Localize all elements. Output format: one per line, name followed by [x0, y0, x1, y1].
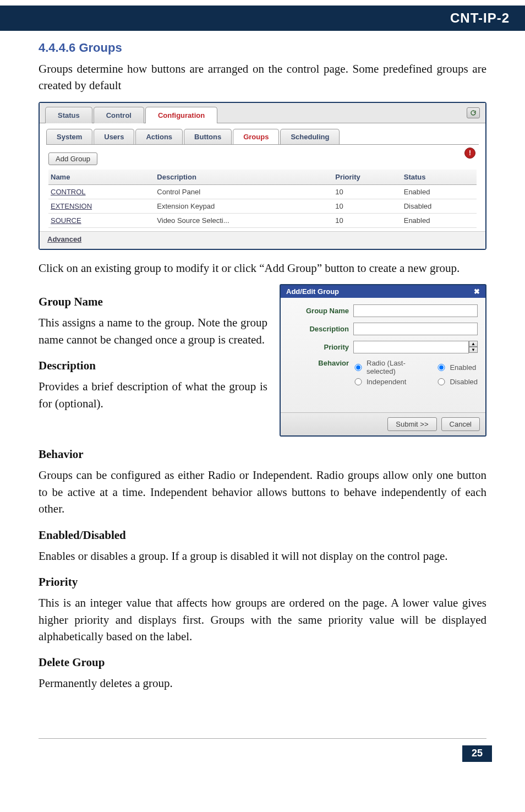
- page-number: 25: [462, 745, 492, 762]
- table-row[interactable]: EXTENSION Extension Keypad 10 Disabled: [48, 199, 477, 213]
- input-description[interactable]: [353, 323, 478, 335]
- h-group-name: Group Name: [39, 295, 267, 309]
- cell-priority: 10: [333, 199, 401, 213]
- label-behavior: Behavior: [288, 359, 353, 367]
- label-group-name: Group Name: [288, 307, 353, 315]
- radio-disabled-label: Disabled: [450, 378, 478, 386]
- cell-status: Disabled: [402, 199, 477, 213]
- intro-paragraph: Groups determine how buttons are arrange…: [39, 61, 486, 94]
- subtab-actions[interactable]: Actions: [135, 129, 183, 144]
- cell-priority: 10: [333, 184, 401, 199]
- tab-status[interactable]: Status: [45, 107, 92, 123]
- refresh-button[interactable]: [467, 107, 480, 118]
- p-priority: This is an integer value that affects ho…: [39, 595, 486, 645]
- section-heading: 4.4.4.6 Groups: [39, 41, 486, 55]
- cell-desc: Control Panel: [155, 184, 333, 199]
- radio-behavior-radio-label: Radio (Last-selected): [367, 359, 433, 375]
- subtab-system[interactable]: System: [46, 129, 92, 144]
- subtab-scheduling[interactable]: Scheduling: [280, 129, 340, 144]
- cell-desc: Video Source Selecti...: [155, 213, 333, 227]
- add-group-button[interactable]: Add Group: [48, 152, 97, 165]
- h-delete: Delete Group: [39, 656, 486, 669]
- advanced-link[interactable]: Advanced: [40, 231, 485, 249]
- label-description: Description: [288, 325, 353, 333]
- info-badge[interactable]: !: [464, 148, 475, 159]
- radio-behavior-radio[interactable]: [353, 364, 363, 371]
- tab-configuration[interactable]: Configuration: [145, 107, 217, 123]
- h-priority: Priority: [39, 575, 486, 589]
- col-description[interactable]: Description: [155, 170, 333, 185]
- input-group-name[interactable]: [353, 304, 478, 317]
- dialog-header: Add/Edit Group ✖: [281, 285, 485, 298]
- dialog-title: Add/Edit Group: [286, 287, 339, 296]
- cell-name[interactable]: SOURCE: [48, 213, 155, 227]
- subtab-buttons[interactable]: Buttons: [184, 129, 232, 144]
- table-header-row: Name Description Priority Status: [48, 170, 477, 185]
- input-priority[interactable]: [353, 341, 469, 353]
- product-name: CNT-IP-2: [450, 10, 510, 26]
- priority-step-down[interactable]: ▼: [469, 347, 478, 353]
- dialog-close-icon[interactable]: ✖: [474, 287, 480, 296]
- cell-name[interactable]: CONTROL: [48, 184, 155, 199]
- p-description: Provides a brief description of what the…: [39, 378, 267, 412]
- groups-table: Name Description Priority Status CONTROL…: [48, 170, 477, 228]
- h-enabled: Enabled/Disabled: [39, 528, 486, 542]
- table-row[interactable]: SOURCE Video Source Selecti... 10 Enable…: [48, 213, 477, 227]
- cell-status: Enabled: [402, 184, 477, 199]
- click-hint: Click on an existing group to modify it …: [39, 260, 486, 276]
- behavior-radio-grid: Radio (Last-selected) Enabled Independen…: [353, 359, 478, 386]
- product-band: CNT-IP-2: [0, 6, 525, 31]
- table-row[interactable]: CONTROL Control Panel 10 Enabled: [48, 184, 477, 199]
- p-enabled: Enables or disables a group. If a group …: [39, 548, 486, 564]
- radio-enabled[interactable]: [436, 364, 446, 371]
- submit-button[interactable]: Submit >>: [387, 417, 436, 431]
- radio-behavior-independent[interactable]: [353, 378, 363, 385]
- config-panel: Status Control Configuration System User…: [39, 102, 486, 250]
- p-group-name: This assigns a name to the group. Note t…: [39, 314, 267, 348]
- p-behavior: Groups can be configured as either Radio…: [39, 467, 486, 517]
- top-tab-row: Status Control Configuration: [40, 103, 485, 123]
- priority-step-up[interactable]: ▲: [469, 341, 478, 347]
- cancel-button[interactable]: Cancel: [441, 417, 480, 431]
- cell-status: Enabled: [402, 213, 477, 227]
- radio-behavior-independent-label: Independent: [367, 378, 433, 386]
- tab-control[interactable]: Control: [94, 107, 144, 123]
- h-behavior: Behavior: [39, 448, 486, 461]
- col-priority[interactable]: Priority: [333, 170, 401, 185]
- cell-name[interactable]: EXTENSION: [48, 199, 155, 213]
- h-description: Description: [39, 359, 267, 373]
- subtab-groups[interactable]: Groups: [233, 129, 279, 144]
- p-delete: Permanently deletes a group.: [39, 675, 486, 691]
- radio-disabled[interactable]: [436, 378, 446, 385]
- subtab-users[interactable]: Users: [94, 129, 134, 144]
- refresh-icon: [470, 110, 477, 116]
- sub-tab-row: System Users Actions Buttons Groups Sche…: [40, 123, 485, 144]
- cell-priority: 10: [333, 213, 401, 227]
- add-edit-group-dialog: Add/Edit Group ✖ Group Name Description …: [280, 284, 486, 437]
- radio-enabled-label: Enabled: [450, 363, 478, 372]
- footer-divider: [39, 738, 486, 739]
- col-name[interactable]: Name: [48, 170, 155, 185]
- label-priority: Priority: [288, 343, 353, 351]
- cell-desc: Extension Keypad: [155, 199, 333, 213]
- col-status[interactable]: Status: [402, 170, 477, 185]
